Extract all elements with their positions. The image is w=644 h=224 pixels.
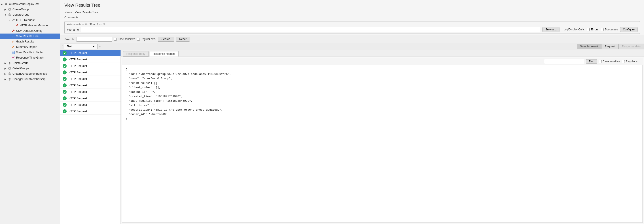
gear-icon [8,61,12,65]
request-tab[interactable]: Request [601,44,618,49]
wrench-red-icon [15,24,19,28]
chart-icon [11,34,15,38]
scroll-down-arrow[interactable]: ▼ [61,46,63,48]
find-case-sensitive-group: Case sensitive [599,60,620,63]
find-button[interactable]: Find [586,59,597,64]
wrench-red-icon [11,29,15,33]
svg-point-13 [9,78,10,80]
request-list-item[interactable]: HTTP Request [60,63,120,69]
sidebar-item-change-group-membership[interactable]: ▶ChangeGroupMembership [0,76,60,82]
request-list-item[interactable]: HTTP Request [60,89,120,95]
filename-label: Filename [67,28,79,31]
success-check-icon [62,77,67,81]
request-list-item[interactable]: HTTP Request [60,50,120,56]
success-check-icon [62,64,67,68]
find-regular-exp-label: Regular exp. [626,60,641,63]
sidebar-item-update-group[interactable]: ▼UpdateGroup [0,12,60,18]
sidebar-item-create-group[interactable]: ▶CreateGroup [0,7,60,12]
response-body-tab[interactable]: Response Body [123,51,149,56]
request-label: HTTP Request [68,103,87,106]
request-list-item[interactable]: HTTP Request [60,108,120,115]
expand-icon[interactable]: ↔ [98,45,102,48]
sidebar-item-label: ChangeGroupMembership [12,78,46,81]
sidebar-item-graph-results[interactable]: Graph Results [0,39,60,44]
tree-arrow: ▶ [4,67,8,70]
request-list-item[interactable]: HTTP Request [60,56,120,63]
panel-title: View Results Tree [60,0,644,10]
search-label: Search: [64,38,74,41]
gear-icon [8,77,12,81]
text-dropdown[interactable]: Text RegExp Tester CSS/JQuery Tester XPa… [64,44,98,49]
success-check-icon [62,70,67,74]
tree-arrow: ▶ [4,62,8,64]
gear-icon [8,66,12,70]
tree-arrow: ▼ [8,19,11,22]
find-input[interactable] [544,59,584,64]
browse-button[interactable]: Browse... [542,27,560,32]
sidebar-item-http-request[interactable]: ▼HTTP Request [0,18,60,23]
sidebar-item-label: Graph Results [16,40,34,43]
sidebar-item-http-header-manager[interactable]: HTTP Header Manager [0,23,60,28]
tree-arrow: ▶ [4,73,8,75]
success-check-icon [62,90,67,94]
search-button[interactable]: Search [158,37,174,42]
sidebar-item-label: Response Time Graph [16,56,44,59]
find-regular-exp-checkbox[interactable] [622,60,625,63]
request-list-item[interactable]: HTTP Request [60,82,120,89]
request-label: HTTP Request [68,58,87,61]
sidebar-item-get-all-groups[interactable]: ▶GetAllGroups [0,66,60,71]
filename-input[interactable] [81,27,540,32]
sidebar-item-label: View Results Tree [16,35,39,38]
sidebar-item-label: HTTP Header Manager [20,24,49,27]
sidebar-item-view-results-in-table[interactable]: View Results in Table [0,50,60,55]
request-list-item[interactable]: HTTP Request [60,102,120,108]
search-bar: Search: Case sensitive Regular exp. Sear… [60,35,644,43]
case-sensitive-group: Case sensitive [114,38,135,41]
errors-checkbox-group: Errors [587,28,598,31]
request-label: HTTP Request [68,84,87,87]
sidebar-item-delete-group[interactable]: ▶DeleteGroup [0,60,60,66]
tree-arrow: ▶ [4,8,8,11]
text-select[interactable]: Text RegExp Tester CSS/JQuery Tester XPa… [66,44,96,48]
sidebar-item-csv-data-set-config[interactable]: CSV Data Set Config [0,28,60,34]
find-case-sensitive-checkbox[interactable] [599,60,602,63]
success-check-icon [62,96,67,100]
request-list-item[interactable]: HTTP Request [60,76,120,82]
request-list-item[interactable]: HTTP Request [60,95,120,102]
request-label: HTTP Request [68,71,87,74]
errors-checkbox[interactable] [587,28,590,31]
sidebar-item-change-group-memberships[interactable]: ▶ChagneGroupMemberships [0,71,60,76]
sidebar-item-response-time-graph[interactable]: Response Time Graph [0,55,60,60]
sidebar-item-summary-report[interactable]: Summary Report [0,44,60,50]
scroll-arrows: ▲ ▼ [60,45,64,48]
sidebar-item-label: HTTP Request [16,18,34,22]
response-data-tab[interactable]: Response data [618,44,644,49]
svg-rect-6 [12,51,14,54]
reset-button[interactable]: Reset [176,37,190,42]
gear-icon [8,72,12,76]
name-label: Name: [64,10,73,14]
log-display-label: Log/Display Only: [564,28,584,31]
comments-row: Comments: [60,15,644,20]
sampler-result-tab[interactable]: Sampler result [577,44,602,49]
request-list-item[interactable]: HTTP Request [60,69,120,76]
sidebar-item-label: UpdateGroup [12,13,29,16]
sidebar-item-custos-group[interactable]: ▶CustosGroupDeployTest [0,1,60,7]
success-check-icon [62,109,67,113]
sidebar-item-label: Summary Report [16,46,37,48]
svg-rect-4 [13,36,14,38]
response-headers-tab[interactable]: Response headers [150,51,179,56]
configure-button[interactable]: Configure [620,27,638,32]
svg-rect-3 [12,36,12,38]
case-sensitive-checkbox[interactable] [114,38,117,41]
regular-exp-checkbox[interactable] [137,38,140,41]
svg-rect-5 [14,35,14,38]
table-icon [11,50,15,54]
request-label: HTTP Request [68,77,87,80]
sidebar: ▶CustosGroupDeployTest▶CreateGroup▼Updat… [0,0,60,224]
successes-checkbox[interactable] [600,28,604,31]
search-input[interactable] [76,37,112,42]
svg-point-11 [9,68,10,69]
request-label: HTTP Request [68,64,87,68]
sidebar-item-view-results-tree[interactable]: View Results Tree [0,34,60,39]
